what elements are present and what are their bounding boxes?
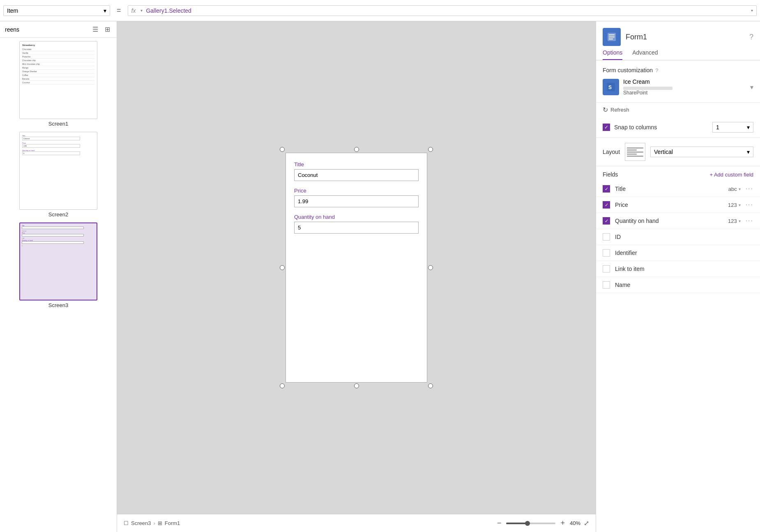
tab-advanced[interactable]: Advanced	[632, 49, 658, 60]
handle-tl[interactable]	[280, 147, 285, 152]
formula-dropdown-icon: ▾	[751, 8, 753, 13]
screen2-thumbnail: Title Coconut Price 1.99 Quantity on han…	[19, 132, 97, 210]
add-custom-field-button[interactable]: + Add custom field	[709, 172, 753, 178]
breadcrumb-screen[interactable]: Screen3	[131, 520, 151, 526]
zoom-slider[interactable]	[506, 523, 555, 524]
form-wrapper: Title Price Quantity on hand	[286, 153, 427, 383]
handle-tc[interactable]	[354, 147, 359, 152]
form-customization-section: Form customization ? S Ice Cream SharePo…	[596, 60, 760, 103]
screen2-label: Screen2	[48, 211, 68, 218]
form-field-price-input[interactable]	[294, 195, 419, 207]
layout-preview	[625, 143, 645, 161]
screen1-thumbnail: Strawberry Chocolate Vanilla Pistachio C…	[19, 41, 97, 119]
field-checkbox-4[interactable]	[603, 249, 610, 257]
field-name-3: ID	[615, 234, 748, 240]
list-view-icon[interactable]: ☰	[91, 25, 100, 34]
customization-help-icon[interactable]: ?	[655, 67, 658, 73]
field-checkbox-5[interactable]	[603, 265, 610, 273]
layout-select-chevron: ▾	[747, 149, 750, 155]
form-field-title: Title	[294, 161, 419, 181]
form-field-price: Price	[294, 188, 419, 207]
item-selector[interactable]: Item ▾	[3, 5, 110, 16]
snap-row: ✓ Snap to columns 1 ▾	[596, 117, 760, 138]
panel-title: reens	[5, 26, 88, 33]
fields-list: ✓Titleabc▾···✓Price123▾···✓Quantity on h…	[596, 181, 760, 293]
datasource-type: SharePoint	[623, 90, 746, 96]
form-field-title-input[interactable]	[294, 169, 419, 181]
field-checkbox-6[interactable]	[603, 281, 610, 289]
field-name-0: Title	[615, 186, 723, 192]
field-name-6: Name	[615, 282, 748, 288]
field-type-label-1: 123	[728, 202, 737, 208]
fields-header: Fields + Add custom field	[596, 166, 760, 181]
screen1-item[interactable]: Strawberry Chocolate Vanilla Pistachio C…	[3, 41, 113, 127]
breadcrumb-form[interactable]: Form1	[165, 520, 180, 526]
screen2-item[interactable]: Title Coconut Price 1.99 Quantity on han…	[3, 132, 113, 218]
field-name-5: Link to item	[615, 266, 748, 272]
zoom-level: 40%	[570, 520, 580, 526]
screen3-thumbnail: Title Coconut Price 1.99 Quantity on han…	[19, 222, 97, 300]
layout-value-select[interactable]: Vertical ▾	[650, 147, 753, 157]
handle-bc[interactable]	[354, 383, 359, 388]
tab-options[interactable]: Options	[603, 49, 622, 60]
form-canvas: Title Price Quantity on hand	[286, 153, 427, 383]
field-item-5: Link to item	[596, 261, 760, 277]
datasource-sub-bar	[623, 87, 672, 90]
screen3-label: Screen3	[48, 302, 68, 308]
field-more-1[interactable]: ···	[746, 201, 753, 209]
svg-text:S: S	[608, 85, 612, 90]
canvas-bottom-bar: ☐ Screen3 › ⊞ Form1 − + 40% ⤢	[117, 514, 596, 532]
field-type-0[interactable]: abc▾	[728, 186, 741, 192]
snap-select-chevron: ▾	[747, 124, 750, 131]
formula-bar[interactable]: fx ▾ Gallery1.Selected ▾	[128, 5, 757, 16]
refresh-icon: ↻	[603, 106, 608, 114]
datasource-info: Ice Cream SharePoint	[623, 78, 746, 96]
field-checkbox-2[interactable]: ✓	[603, 217, 610, 225]
handle-ml[interactable]	[280, 265, 285, 270]
handle-br[interactable]	[428, 383, 433, 388]
snap-checkbox[interactable]: ✓	[603, 124, 610, 131]
field-type-label-0: abc	[728, 186, 737, 192]
form-field-quantity-label: Quantity on hand	[294, 214, 419, 220]
help-icon[interactable]: ?	[749, 33, 753, 41]
field-name-1: Price	[615, 202, 723, 208]
zoom-out-button[interactable]: −	[495, 519, 503, 527]
equals-sign: =	[113, 6, 124, 15]
handle-bl[interactable]	[280, 383, 285, 388]
refresh-row[interactable]: ↻ Refresh	[596, 103, 760, 117]
layout-label: Layout	[603, 149, 620, 155]
right-panel-header: Form1 ?	[596, 21, 760, 46]
fields-title: Fields	[603, 171, 709, 178]
field-type-2[interactable]: 123▾	[728, 218, 741, 224]
top-bar: Item ▾ = fx ▾ Gallery1.Selected ▾	[0, 0, 760, 21]
snap-label: Snap to columns	[614, 124, 708, 131]
canvas-main[interactable]: Title Price Quantity on hand	[117, 21, 596, 514]
handle-tr[interactable]	[428, 147, 433, 152]
breadcrumb-sep: ›	[153, 520, 155, 526]
screen3-item[interactable]: Title Coconut Price 1.99 Quantity on han…	[3, 222, 113, 308]
field-more-2[interactable]: ···	[746, 217, 753, 225]
snap-value-select[interactable]: 1 ▾	[712, 122, 753, 133]
zoom-in-button[interactable]: +	[559, 519, 567, 527]
field-more-0[interactable]: ···	[746, 185, 753, 193]
field-checkbox-1[interactable]: ✓	[603, 201, 610, 209]
expand-button[interactable]: ⤢	[584, 519, 589, 527]
field-type-chevron-0: ▾	[739, 187, 741, 191]
form-field-quantity-input[interactable]	[294, 222, 419, 234]
canvas-area: Title Price Quantity on hand	[117, 21, 596, 532]
field-item-1: ✓Price123▾···	[596, 197, 760, 213]
item-selector-label: Item	[7, 7, 104, 14]
fx-chevron: ▾	[140, 8, 143, 13]
screen-icon: ☐	[124, 520, 129, 526]
field-checkbox-0[interactable]: ✓	[603, 185, 610, 193]
form-svg-icon	[607, 32, 616, 41]
field-checkbox-3[interactable]	[603, 233, 610, 241]
field-item-3: ID	[596, 229, 760, 245]
grid-view-icon[interactable]: ⊞	[103, 25, 112, 34]
field-item-6: Name	[596, 277, 760, 293]
handle-mr[interactable]	[428, 265, 433, 270]
field-type-1[interactable]: 123▾	[728, 202, 741, 208]
formula-text: Gallery1.Selected	[146, 7, 748, 14]
form-field-price-label: Price	[294, 188, 419, 194]
form-title: Form1	[626, 33, 744, 41]
